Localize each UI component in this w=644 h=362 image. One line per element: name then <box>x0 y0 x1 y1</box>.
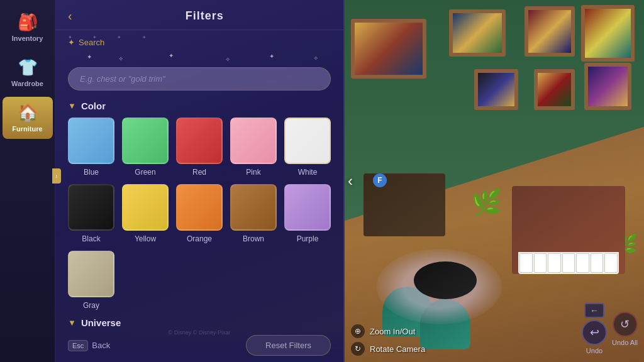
sparkle-3: ✦ <box>169 52 174 59</box>
color-item-yellow[interactable]: Yellow <box>122 184 169 243</box>
piano-key-4 <box>562 253 575 273</box>
copyright-text: © Disney © Disney·Pixar <box>169 329 231 336</box>
color-label-black: Black <box>82 234 100 243</box>
undo-controls: ← ↩ Undo ↺ Undo All <box>582 303 638 354</box>
hud-zoom: ⊕ Zoom In/Out <box>351 324 425 338</box>
furniture-icon: 🏠 <box>18 103 38 123</box>
color-section-label: Color <box>81 101 106 111</box>
color-item-green[interactable]: Green <box>122 118 169 177</box>
hud-controls: ⊕ Zoom In/Out ↻ Rotate Camera <box>351 324 425 356</box>
plant-decoration: 🌿 <box>471 188 502 217</box>
painting-6 <box>534 69 575 110</box>
color-swatch-red <box>176 118 223 164</box>
game-left-arrow[interactable]: ‹ <box>348 172 353 190</box>
piano-key-1 <box>519 253 533 273</box>
color-item-pink[interactable]: Pink <box>230 118 277 177</box>
color-chevron-icon: ▼ <box>68 101 76 111</box>
table-furniture <box>414 261 477 299</box>
color-swatch-pink <box>230 118 277 164</box>
rotate-label: Rotate Camera <box>370 344 425 354</box>
sparkles-decoration: ✦ ✧ ✦ ✧ ✦ ✧ <box>68 52 331 65</box>
piano-key-2 <box>534 253 547 273</box>
game-view: 🌿 🌿 F ‹ <box>345 0 644 362</box>
color-swatch-orange <box>176 184 223 231</box>
sidebar-item-inventory-label: Inventory <box>12 35 43 42</box>
color-label-gray: Gray <box>83 301 99 310</box>
search-section: ✦ Search ✦ ✧ ✦ ✧ ✦ ✧ <box>68 38 331 90</box>
back-chevron-icon[interactable]: ‹ <box>68 9 72 23</box>
color-label-blue: Blue <box>84 168 99 177</box>
universe-chevron-icon: ▼ <box>68 318 76 327</box>
esc-back-control: Esc Back <box>68 340 110 351</box>
color-swatch-white <box>284 118 331 164</box>
rotate-icon: ↻ <box>351 342 365 356</box>
esc-badge: Esc <box>68 340 88 351</box>
painting-5 <box>474 69 518 110</box>
piano-key-5 <box>576 253 589 273</box>
color-swatch-gray <box>68 251 114 297</box>
zoom-label: Zoom In/Out <box>370 327 415 336</box>
color-grid: Blue Green Red Pink White <box>68 118 331 310</box>
color-swatch-black <box>68 184 114 231</box>
piano-key-6 <box>591 253 604 273</box>
sparkle-4: ✧ <box>225 56 230 63</box>
sparkle-5: ✦ <box>269 53 274 60</box>
undo-all-button-group: ↺ Undo All <box>612 312 638 346</box>
color-section-header[interactable]: ▼ Color <box>68 101 331 111</box>
color-item-white[interactable]: White <box>284 118 331 177</box>
piano-keys <box>518 252 619 274</box>
hud-rotate: ↻ Rotate Camera <box>351 342 425 356</box>
color-swatch-blue <box>68 118 114 164</box>
color-swatch-yellow <box>122 184 169 231</box>
sidebar-item-furniture-label: Furniture <box>12 125 42 133</box>
universe-section-header[interactable]: ▼ Universe <box>68 317 331 328</box>
wardrobe-icon: 👕 <box>18 58 38 77</box>
painting-4 <box>581 5 635 62</box>
painting-7 <box>584 63 631 110</box>
reset-filters-button[interactable]: Reset Filters <box>246 335 331 356</box>
color-label-red: Red <box>192 168 206 177</box>
sparkle-2: ✧ <box>118 55 123 62</box>
universe-section-label: Universe <box>81 317 121 328</box>
color-swatch-green <box>122 118 169 164</box>
color-swatch-brown <box>230 184 277 231</box>
painting-2 <box>449 9 506 57</box>
sidebar-item-inventory[interactable]: 🎒 Inventory <box>3 6 53 48</box>
color-item-blue[interactable]: Blue <box>68 118 114 177</box>
painting-1 <box>351 19 426 79</box>
filter-panel: ‹ Filters ✦ Search ✦ ✧ ✦ ✧ ✦ ✧ ▼ Color <box>55 0 345 362</box>
filter-scroll-area[interactable]: ✦ Search ✦ ✧ ✦ ✧ ✦ ✧ ▼ Color Blue <box>55 30 343 362</box>
sidebar-expand-arrow[interactable]: › <box>52 168 61 184</box>
sidebar-item-wardrobe-label: Wardrobe <box>11 80 43 87</box>
sidebar-item-furniture[interactable]: 🏠 Furniture <box>3 97 53 139</box>
zoom-icon: ⊕ <box>351 324 365 338</box>
sparkle-1: ✦ <box>87 53 92 60</box>
filter-title: Filters <box>79 9 331 23</box>
sidebar: 🎒 Inventory 👕 Wardrobe 🏠 Furniture <box>0 0 55 362</box>
piano-furniture <box>512 186 625 274</box>
color-item-gray[interactable]: Gray <box>68 251 114 310</box>
sparkle-6: ✧ <box>313 55 318 62</box>
filter-header: ‹ Filters <box>55 0 343 30</box>
color-item-red[interactable]: Red <box>176 118 223 177</box>
color-item-black[interactable]: Black <box>68 184 114 243</box>
color-label-orange: Orange <box>187 234 212 243</box>
star-icon: ✦ <box>68 38 75 47</box>
undo-all-label: Undo All <box>612 339 638 346</box>
undo-circle-button[interactable]: ↩ <box>582 320 607 345</box>
color-item-purple[interactable]: Purple <box>284 184 331 243</box>
sidebar-item-wardrobe[interactable]: 👕 Wardrobe <box>3 52 53 94</box>
undo-arrow-icon: ← <box>584 303 604 318</box>
color-label-purple: Purple <box>297 234 319 243</box>
piano-key-7 <box>604 253 618 273</box>
undo-all-circle-button[interactable]: ↺ <box>613 312 638 337</box>
piano-key-3 <box>548 253 561 273</box>
color-item-orange[interactable]: Orange <box>176 184 223 243</box>
color-label-green: Green <box>135 168 155 177</box>
color-item-brown[interactable]: Brown <box>230 184 277 243</box>
undo-label: Undo <box>586 347 602 354</box>
search-label: ✦ Search <box>68 38 331 47</box>
game-background: 🌿 🌿 F ‹ <box>345 0 644 362</box>
inventory-icon: 🎒 <box>18 13 38 32</box>
search-input[interactable] <box>68 67 331 90</box>
